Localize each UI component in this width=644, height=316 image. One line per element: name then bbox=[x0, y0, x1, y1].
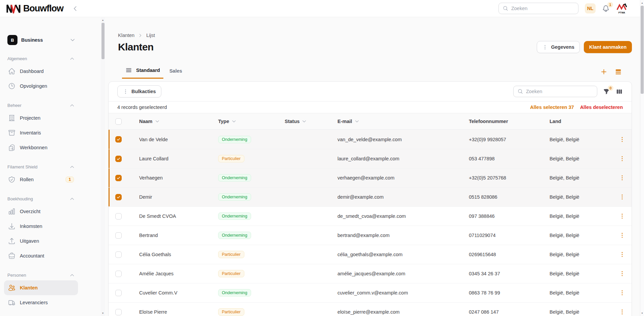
sort-chevron-down-icon bbox=[302, 119, 307, 124]
queue-list-icon[interactable] bbox=[615, 68, 622, 75]
scroll-up-arrow[interactable]: ▲ bbox=[641, 0, 643, 6]
ellipsis-vertical-icon bbox=[619, 289, 626, 296]
column-header-naam[interactable]: Naam bbox=[139, 119, 218, 124]
column-header-status[interactable]: Status bbox=[285, 119, 337, 124]
row-actions-button[interactable] bbox=[613, 309, 632, 315]
filter-button[interactable]: 0 bbox=[603, 88, 610, 95]
locale-switcher[interactable]: NL bbox=[585, 3, 596, 13]
sidebar-item-accountant[interactable]: Accountant bbox=[4, 248, 78, 263]
sidebar-item-uitgaven[interactable]: Uitgaven bbox=[4, 234, 78, 248]
breadcrumb-klanten[interactable]: Klanten bbox=[118, 33, 134, 38]
sidebar-collapse-button[interactable] bbox=[72, 5, 78, 12]
table-row[interactable]: Eloïse Pierre Particulier eloïse_pierre@… bbox=[109, 302, 632, 316]
arrow-up-tray-icon bbox=[8, 237, 15, 245]
row-checkbox[interactable] bbox=[115, 251, 122, 258]
select-all-link[interactable]: Alles selecteren 37 bbox=[530, 105, 574, 110]
global-search-input[interactable] bbox=[511, 6, 574, 11]
row-actions-button[interactable] bbox=[613, 174, 632, 181]
scroll-down-arrow[interactable]: ▼ bbox=[102, 310, 104, 316]
select-all-checkbox[interactable] bbox=[115, 118, 122, 125]
table-row[interactable]: Verhaegen Onderneming verhaegen@example.… bbox=[109, 168, 632, 187]
sidebar-scrollbar-thumb[interactable] bbox=[102, 23, 105, 59]
sidebar-item-werkbonnen[interactable]: Werkbonnen bbox=[4, 140, 78, 155]
sidebar-item-dashboard[interactable]: Dashboard bbox=[4, 64, 78, 79]
cell-name: Bertrand bbox=[139, 233, 218, 238]
table-row[interactable]: Bertrand Onderneming bertrand@example.co… bbox=[109, 226, 632, 245]
scroll-up-arrow[interactable]: ▲ bbox=[102, 17, 104, 23]
toggle-columns-button[interactable] bbox=[616, 88, 623, 95]
row-actions-button[interactable] bbox=[613, 270, 632, 277]
row-checkbox[interactable] bbox=[115, 136, 122, 143]
row-actions-button[interactable] bbox=[613, 136, 632, 143]
add-view-plus-icon[interactable] bbox=[600, 68, 607, 75]
bars-icon bbox=[125, 67, 132, 74]
row-checkbox[interactable] bbox=[115, 271, 122, 277]
table-row[interactable]: Demir Onderneming demir@example.com 0515… bbox=[109, 187, 632, 206]
sidebar-item-inkomsten[interactable]: Inkomsten bbox=[4, 219, 78, 234]
table-row[interactable]: Laure Collard Particulier laure_collard@… bbox=[109, 149, 632, 168]
svg-text:FTWA: FTWA bbox=[618, 11, 625, 14]
column-header-e-mail[interactable]: E-mail bbox=[337, 119, 469, 124]
sidebar-item-klanten[interactable]: Klanten bbox=[4, 280, 78, 295]
sidebar-item-projecten[interactable]: Projecten bbox=[4, 111, 78, 125]
user-avatar-logo-icon: FTWA bbox=[616, 3, 628, 14]
user-avatar[interactable]: FTWA bbox=[616, 3, 628, 14]
page-scrollbar[interactable]: ▲ ▼ bbox=[640, 0, 644, 316]
row-actions-button[interactable] bbox=[613, 232, 632, 239]
table-row[interactable]: De Smedt CVOA Onderneming de_smedt_cvoa@… bbox=[109, 206, 632, 226]
chevron-up-icon[interactable] bbox=[70, 273, 75, 278]
deselect-all-link[interactable]: Alles deselecteren bbox=[580, 105, 623, 110]
tenant-switcher[interactable]: B Business bbox=[4, 33, 78, 47]
row-checkbox[interactable] bbox=[115, 213, 122, 220]
table-row[interactable]: Cuvelier Comm.V Onderneming cuvelier_com… bbox=[109, 283, 632, 302]
row-checkbox[interactable] bbox=[115, 194, 122, 200]
ellipsis-vertical-icon bbox=[619, 174, 626, 181]
table-row[interactable]: Célia Goethals Particulier célia_goethal… bbox=[109, 245, 632, 264]
page-scrollbar-thumb[interactable] bbox=[641, 6, 644, 94]
table-row[interactable]: Van de Velde Onderneming van_de_velde@ex… bbox=[109, 130, 632, 149]
row-checkbox[interactable] bbox=[115, 290, 122, 296]
column-header-telefoonnummer[interactable]: Telefoonnummer bbox=[469, 119, 550, 124]
column-header-land[interactable]: Land bbox=[550, 119, 613, 124]
truck-icon bbox=[8, 299, 15, 306]
sidebar-item-opvolgingen[interactable]: Opvolgingen bbox=[4, 79, 78, 93]
row-checkbox[interactable] bbox=[115, 232, 122, 239]
cell-country: België, België bbox=[550, 213, 613, 219]
gegevens-button[interactable]: Gegevens bbox=[537, 41, 579, 53]
notifications-button[interactable]: 1 bbox=[602, 5, 610, 12]
tab-sales[interactable]: Sales bbox=[166, 66, 186, 79]
table-search-input[interactable] bbox=[526, 89, 593, 94]
table-row[interactable]: Amélie Jacques Particulier amélie_jacque… bbox=[109, 264, 632, 283]
chevron-up-icon[interactable] bbox=[70, 196, 75, 201]
row-checkbox[interactable] bbox=[115, 156, 122, 162]
column-header-type[interactable]: Type bbox=[218, 119, 285, 124]
sidebar-item-inventaris[interactable]: Inventaris bbox=[4, 125, 78, 140]
cell-email: verhaegen@example.com bbox=[337, 175, 469, 181]
chevron-up-icon[interactable] bbox=[70, 164, 75, 169]
briefcase-icon bbox=[8, 252, 15, 260]
chevron-up-icon[interactable] bbox=[70, 56, 75, 61]
type-badge: Particulier bbox=[218, 308, 244, 316]
sidebar-scrollbar[interactable]: ▲ ▼ bbox=[101, 17, 105, 316]
row-actions-button[interactable] bbox=[613, 289, 632, 296]
cell-email: amélie_jacques@example.com bbox=[337, 271, 469, 276]
row-actions-button[interactable] bbox=[613, 213, 632, 220]
sidebar-item-overzicht[interactable]: Overzicht bbox=[4, 204, 78, 219]
row-actions-button[interactable] bbox=[613, 194, 632, 200]
scroll-down-arrow[interactable]: ▼ bbox=[641, 310, 643, 316]
home-icon bbox=[8, 68, 15, 75]
brand-logo[interactable]: Bouwflow bbox=[6, 3, 63, 14]
tab-standaard[interactable]: Standaard bbox=[122, 64, 163, 79]
row-actions-button[interactable] bbox=[613, 155, 632, 162]
klant-aanmaken-button[interactable]: Klant aanmaken bbox=[584, 41, 632, 53]
row-checkbox[interactable] bbox=[115, 175, 122, 181]
breadcrumb-lijst: Lijst bbox=[146, 33, 155, 38]
sidebar-item-leveranciers[interactable]: Leveranciers bbox=[4, 295, 78, 310]
global-search[interactable] bbox=[498, 3, 578, 14]
row-actions-button[interactable] bbox=[613, 251, 632, 258]
sidebar-item-rollen[interactable]: Rollen 1 bbox=[4, 172, 78, 187]
chevron-up-icon[interactable] bbox=[70, 103, 75, 108]
table-search[interactable] bbox=[513, 86, 597, 97]
bulk-actions-button[interactable]: Bulkacties bbox=[117, 85, 161, 97]
row-checkbox[interactable] bbox=[115, 309, 122, 315]
